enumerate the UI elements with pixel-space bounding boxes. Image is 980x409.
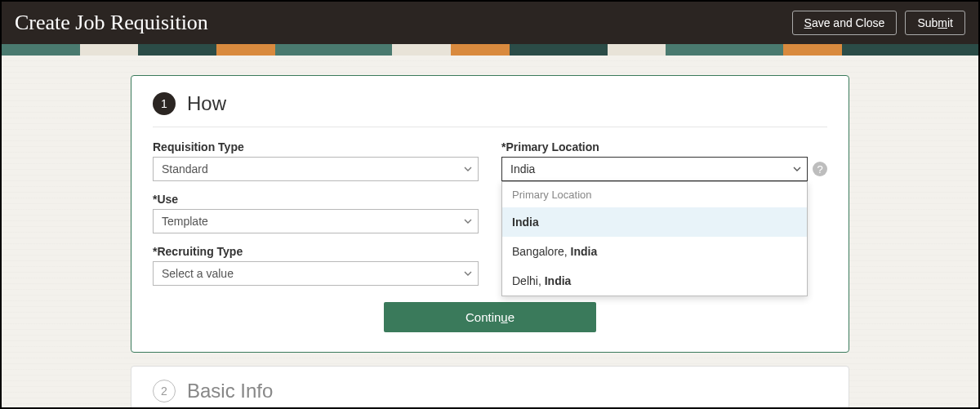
requisition-type-select[interactable]: Standard	[153, 157, 479, 181]
form-grid: Requisition Type Standard Primary Locati…	[153, 140, 827, 286]
primary-location-label: Primary Location	[501, 140, 827, 153]
header-actions: Save and Close Submit	[792, 11, 965, 35]
decorative-band	[2, 44, 978, 56]
primary-location-dropdown: Primary Location IndiaBangalore, IndiaDe…	[501, 181, 808, 296]
requisition-type-value: Standard	[162, 162, 208, 176]
primary-location-select[interactable]: India Primary Location IndiaBangalore, I…	[501, 157, 808, 181]
dropdown-item[interactable]: India	[502, 207, 807, 237]
step-header: 2 Basic Info	[153, 380, 827, 402]
recruiting-type-field: Recruiting Type Select a value	[153, 245, 479, 286]
step-number-badge: 2	[153, 380, 176, 402]
dropdown-heading: Primary Location	[502, 182, 807, 207]
dropdown-item[interactable]: Bangalore, India	[502, 237, 807, 266]
page-title: Create Job Requisition	[15, 11, 208, 35]
requisition-type-label: Requisition Type	[153, 140, 479, 153]
primary-location-value: India	[510, 162, 535, 176]
use-select[interactable]: Template	[153, 209, 479, 233]
continue-row: Continue	[153, 302, 827, 332]
page-body: 1 How Requisition Type Standard Primary …	[2, 56, 978, 409]
recruiting-type-label: Recruiting Type	[153, 245, 479, 258]
continue-button[interactable]: Continue	[384, 302, 596, 332]
recruiting-type-value: Select a value	[162, 267, 234, 280]
help-icon[interactable]: ?	[813, 162, 827, 176]
step-card-how: 1 How Requisition Type Standard Primary …	[131, 75, 849, 353]
step-header: 1 How	[153, 92, 827, 115]
use-field: Use Template	[153, 193, 479, 233]
recruiting-type-select[interactable]: Select a value	[153, 261, 479, 286]
step-title: How	[187, 92, 226, 115]
primary-location-field: Primary Location India Primary Location …	[501, 140, 827, 181]
requisition-type-field: Requisition Type Standard	[153, 140, 479, 181]
divider	[153, 127, 827, 127]
step-title: Basic Info	[187, 380, 273, 402]
dropdown-item[interactable]: Delhi, India	[502, 266, 807, 296]
use-label: Use	[153, 193, 479, 206]
step-card-basic-info[interactable]: 2 Basic Info	[131, 366, 849, 409]
save-and-close-button[interactable]: Save and Close	[792, 11, 898, 35]
step-number-badge: 1	[153, 92, 176, 115]
submit-button[interactable]: Submit	[905, 11, 965, 35]
use-value: Template	[162, 215, 208, 228]
page-header: Create Job Requisition Save and Close Su…	[2, 2, 978, 44]
